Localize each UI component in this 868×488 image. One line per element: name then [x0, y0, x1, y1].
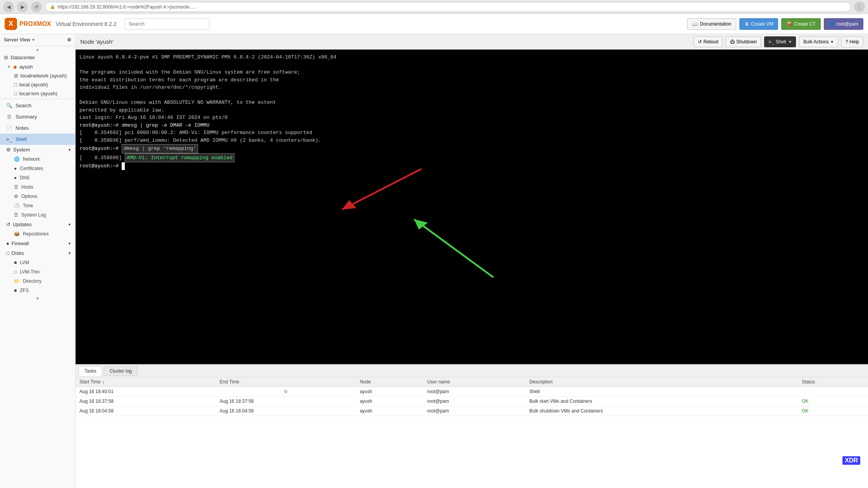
terminal-line: root@ayush:~# dmesg | grep -e DMAR -e IO…	[79, 122, 864, 129]
repositories-icon: 📦	[14, 231, 20, 237]
logo-x-icon: X	[5, 18, 17, 30]
sidebar-header: Server View ▼ ⚙	[0, 34, 75, 46]
terminal-wrapper: Linux ayush 6.8.4-2-pve #1 SMP PREEMPT_D…	[76, 50, 868, 488]
menu-item-summary[interactable]: ☰ Summary	[0, 111, 75, 122]
tab-cluster-log[interactable]: Cluster log	[104, 366, 138, 376]
menu-label-repositories: Repositories	[23, 231, 49, 237]
scroll-down-btn[interactable]: ▼	[0, 295, 75, 302]
proxmox-logo: X PROXMOX	[5, 18, 51, 30]
menu-item-repositories[interactable]: 📦 Repositories	[0, 229, 75, 239]
reboot-btn[interactable]: ↺ Reboot	[694, 36, 723, 47]
bulk-actions-btn[interactable]: Bulk Actions ▼	[799, 36, 838, 47]
sidebar-item-ayush[interactable]: ▼ ◆ ayush	[0, 62, 75, 71]
tab-tasks[interactable]: Tasks	[79, 366, 102, 376]
menu-item-zfs[interactable]: ■ ZFS	[0, 286, 75, 295]
cell-desc: Shell	[525, 387, 798, 397]
menu-item-certificates[interactable]: ● Certificates	[0, 164, 75, 173]
table-row[interactable]: Aug 16 18:37:58 Aug 16 18:37:58 ayush ro…	[76, 397, 868, 406]
vm-icon: 🖥	[744, 21, 749, 27]
bottom-tabs: Tasks Cluster log	[76, 365, 868, 377]
menu-item-search[interactable]: 🔍 Search	[0, 100, 75, 111]
server-view-selector[interactable]: Server View ▼	[4, 37, 35, 43]
menu-item-network[interactable]: 🌐 Network	[0, 155, 75, 164]
hosts-icon: ☰	[14, 184, 18, 190]
shell-btn-icon: >_	[768, 39, 774, 45]
shutdown-btn[interactable]: ⏻ Shutdown	[726, 36, 761, 47]
th-end-time[interactable]: End Time	[216, 377, 356, 387]
firewall-chevron-icon: ▼	[68, 242, 71, 246]
documentation-btn[interactable]: 📖 Documentation	[687, 18, 736, 30]
th-status[interactable]: Status	[798, 377, 868, 387]
th-start-time[interactable]: Start Time ↓	[76, 377, 216, 387]
terminal-line: Linux ayush 6.8.4-2-pve #1 SMP PREEMPT_D…	[79, 53, 864, 61]
user-menu-btn[interactable]: 👤 root@pam	[824, 18, 863, 30]
menu-item-dns[interactable]: ● DNS	[0, 173, 75, 182]
menu-item-syslog[interactable]: ☰ System Log	[0, 210, 75, 220]
table-row[interactable]: Aug 16 18:40:01 ⚙ ayush root@pam Shell	[76, 387, 868, 397]
section-header-system[interactable]: ⚙ System ▼	[0, 145, 75, 155]
menu-item-time[interactable]: 🕐 Time	[0, 201, 75, 210]
create-ct-btn[interactable]: 📦 Create CT	[781, 18, 820, 30]
server-view-label: Server View	[4, 37, 30, 43]
sidebar-item-localnetwork[interactable]: ⊞ localnetwork (ayush)	[0, 71, 75, 80]
terminal-line: [ 0.358696] AMD-Vi: Interrupt remapping …	[79, 153, 864, 163]
back-btn[interactable]: ◀	[3, 2, 14, 12]
th-node[interactable]: Node	[356, 377, 423, 387]
brand-name: PROXMOX	[19, 21, 51, 27]
node-expand-icon: ▼	[7, 65, 11, 69]
menu-label-options: Options	[21, 194, 37, 199]
scroll-up-btn[interactable]: ▲	[0, 46, 75, 53]
create-vm-btn[interactable]: 🖥 Create VM	[739, 18, 778, 30]
sidebar-item-local-lvm[interactable]: □ local-lvm (ayush)	[0, 89, 75, 98]
section-header-firewall[interactable]: ● Firewall ▼	[0, 239, 75, 248]
sidebar-item-datacenter[interactable]: ⊞ Datacenter	[0, 53, 75, 62]
section-label-firewall: Firewall	[12, 241, 29, 246]
terminal-line: the exact distribution terms for each pr…	[79, 76, 864, 84]
menu-item-hosts[interactable]: ☰ Hosts	[0, 182, 75, 192]
app-bar: X PROXMOX Virtual Environment 8.2.2 📖 Do…	[0, 14, 868, 34]
sidebar-item-local[interactable]: □ local (ayush)	[0, 80, 75, 89]
cell-desc: Bulk shutdown VMs and Containers	[525, 406, 798, 416]
cell-start-time: Aug 16 18:40:01	[76, 387, 216, 397]
table-header-row: Start Time ↓ End Time Node User name Des…	[76, 377, 868, 387]
terminal-line: [ 0.359036] perf/amd_iommu: Detected AMD…	[79, 137, 864, 144]
chevron-down-icon: ▼	[32, 38, 35, 42]
tasks-table: Start Time ↓ End Time Node User name Des…	[76, 377, 868, 416]
menu-item-lvm[interactable]: ■ LVM	[0, 258, 75, 267]
menu-item-directory[interactable]: 📁 Directory	[0, 277, 75, 286]
main-layout: Server View ▼ ⚙ ▲ ⊞ Datacenter ▼ ◆ ayush…	[0, 34, 868, 488]
cell-user: root@pam	[424, 387, 525, 397]
terminal-line: root@ayush:~#	[79, 162, 864, 170]
th-user[interactable]: User name	[424, 377, 525, 387]
section-header-disks[interactable]: □ Disks ▼	[0, 248, 75, 258]
url-bar[interactable]: 🔒 https://192.168.29.32:8006/#v1:0:=node…	[45, 2, 851, 12]
forward-btn[interactable]: ▶	[17, 2, 28, 12]
ct-icon: 📦	[786, 21, 792, 27]
global-search-input[interactable]	[124, 18, 210, 30]
menu-item-shell[interactable]: >_ Shell	[0, 134, 75, 145]
terminal[interactable]: Linux ayush 6.8.4-2-pve #1 SMP PREEMPT_D…	[76, 50, 868, 364]
terminal-line: [ 0.354692] pci 0000:00:00.2: AMD-Vi: IO…	[79, 129, 864, 137]
menu-label-notes: Notes	[16, 125, 29, 131]
search-icon: 🔍	[6, 103, 12, 108]
app-bar-right: 📖 Documentation 🖥 Create VM 📦 Create CT …	[687, 18, 863, 30]
sidebar-divider	[0, 99, 75, 99]
settings-icon[interactable]: ⚙	[67, 37, 71, 43]
certificates-icon: ●	[14, 166, 17, 171]
terminal-line: Debian GNU/Linux comes with ABSOLUTELY N…	[79, 99, 864, 107]
more-btn[interactable]: ⋮	[854, 2, 865, 12]
menu-item-lvm-thin[interactable]: □ LVM-Thin	[0, 267, 75, 277]
menu-label-syslog: System Log	[21, 212, 46, 218]
th-description[interactable]: Description	[525, 377, 798, 387]
menu-item-options[interactable]: ⚙ Options	[0, 192, 75, 201]
reload-btn[interactable]: ↺	[31, 2, 42, 12]
watermark: XDR	[842, 456, 860, 465]
menu-item-notes[interactable]: 📄 Notes	[0, 122, 75, 134]
shell-btn[interactable]: >_ Shell ▼	[764, 36, 796, 47]
section-header-updates[interactable]: ↺ Updates ▼	[0, 220, 75, 229]
table-row[interactable]: Aug 16 18:04:58 Aug 16 18:04:58 ayush ro…	[76, 406, 868, 416]
zfs-icon: ■	[14, 288, 17, 293]
local-lvm-label: local-lvm (ayush)	[19, 91, 57, 96]
lvm-thin-icon: □	[14, 269, 17, 275]
help-btn[interactable]: ? Help	[841, 36, 863, 47]
